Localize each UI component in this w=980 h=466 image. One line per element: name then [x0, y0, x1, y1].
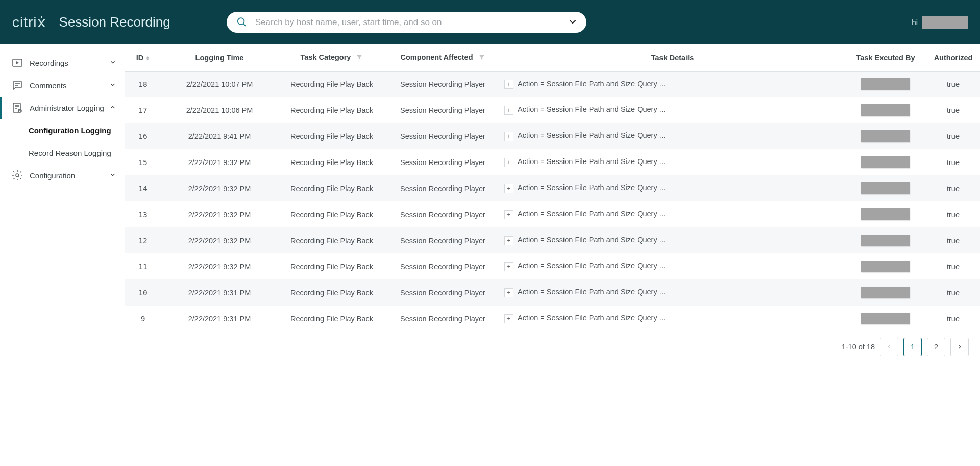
cell-details: +Action = Session File Path and Size Que…	[500, 149, 845, 175]
cell-component: Session Recording Player	[385, 175, 500, 201]
cell-component: Session Recording Player	[385, 306, 500, 332]
sidebar-sub-config-logging[interactable]: Configuration Logging	[0, 119, 125, 142]
col-id[interactable]: ID▲▼	[125, 44, 161, 71]
col-authorized[interactable]: Authorized	[926, 44, 980, 71]
table-row[interactable]: 132/22/2021 9:32 PMRecording File Play B…	[125, 201, 980, 227]
cell-category: Recording File Play Back	[278, 123, 385, 149]
search-wrapper	[227, 12, 586, 33]
user-greeting: hi	[912, 18, 918, 27]
app-name: Session Recording	[59, 14, 170, 30]
table-row[interactable]: 122/22/2021 9:32 PMRecording File Play B…	[125, 227, 980, 253]
table-row[interactable]: 112/22/2021 9:32 PMRecording File Play B…	[125, 253, 980, 279]
cell-time: 2/22/2021 9:41 PM	[161, 123, 278, 149]
comment-icon	[11, 79, 23, 91]
table-row[interactable]: 162/22/2021 9:41 PMRecording File Play B…	[125, 123, 980, 149]
table-row[interactable]: 172/22/2021 10:06 PMRecording File Play …	[125, 97, 980, 123]
brand-separator	[53, 15, 53, 30]
expand-row-button[interactable]: +	[504, 210, 513, 219]
table-row[interactable]: 182/22/2021 10:07 PMRecording File Play …	[125, 71, 980, 97]
expand-row-button[interactable]: +	[504, 106, 513, 115]
expand-row-button[interactable]: +	[504, 132, 513, 141]
cell-details: +Action = Session File Path and Size Que…	[500, 253, 845, 279]
cell-component: Session Recording Player	[385, 71, 500, 97]
cell-category: Recording File Play Back	[278, 201, 385, 227]
cell-category: Recording File Play Back	[278, 227, 385, 253]
expand-row-button[interactable]: +	[504, 184, 513, 193]
user-name-redacted	[922, 16, 968, 29]
page-next-button[interactable]	[950, 338, 969, 356]
cell-component: Session Recording Player	[385, 227, 500, 253]
search-icon	[236, 16, 247, 29]
cell-time: 2/22/2021 9:32 PM	[161, 201, 278, 227]
cell-executed-by	[845, 123, 926, 149]
cell-id: 14	[125, 175, 161, 201]
cell-executed-by	[845, 201, 926, 227]
cell-time: 2/22/2021 9:32 PM	[161, 227, 278, 253]
cell-details: +Action = Session File Path and Size Que…	[500, 201, 845, 227]
cell-category: Recording File Play Back	[278, 97, 385, 123]
col-task-executed-by[interactable]: Task Excuted By	[845, 44, 926, 71]
filter-icon[interactable]	[356, 54, 363, 62]
cell-component: Session Recording Player	[385, 279, 500, 306]
expand-row-button[interactable]: +	[504, 288, 513, 297]
page-prev-button[interactable]	[880, 338, 898, 356]
cell-authorized: true	[926, 279, 980, 306]
admin-log-icon	[11, 102, 23, 114]
search-input[interactable]	[227, 12, 586, 33]
cell-time: 2/22/2021 10:07 PM	[161, 71, 278, 97]
table-row[interactable]: 102/22/2021 9:31 PMRecording File Play B…	[125, 279, 980, 306]
expand-row-button[interactable]: +	[504, 262, 513, 271]
expand-row-button[interactable]: +	[504, 158, 513, 167]
cell-id: 16	[125, 123, 161, 149]
table-row[interactable]: 92/22/2021 9:31 PMRecording File Play Ba…	[125, 306, 980, 332]
svg-marker-3	[16, 61, 19, 64]
cell-id: 11	[125, 253, 161, 279]
col-task-details[interactable]: Task Details	[500, 44, 845, 71]
cell-category: Recording File Play Back	[278, 149, 385, 175]
col-logging-time[interactable]: Logging Time	[161, 44, 278, 71]
cell-executed-by	[845, 227, 926, 253]
sidebar-item-comments[interactable]: Comments	[0, 74, 125, 97]
app-header: citriẋ Session Recording hi	[0, 0, 980, 44]
brand-logo: citriẋ	[12, 14, 46, 31]
cell-details: +Action = Session File Path and Size Que…	[500, 306, 845, 332]
page-2-button[interactable]: 2	[927, 338, 945, 356]
sidebar-item-recordings[interactable]: Recordings	[0, 52, 125, 74]
user-area[interactable]: hi	[912, 16, 968, 29]
sort-icon: ▲▼	[145, 56, 150, 61]
cell-time: 2/22/2021 10:06 PM	[161, 97, 278, 123]
expand-row-button[interactable]: +	[504, 80, 513, 89]
expand-row-button[interactable]: +	[504, 314, 513, 323]
sidebar-item-admin-logging[interactable]: Administrator Logging	[0, 97, 125, 119]
sidebar-item-label: Comments	[30, 81, 67, 90]
cell-authorized: true	[926, 123, 980, 149]
col-task-category[interactable]: Task Category	[278, 44, 385, 71]
cell-details: +Action = Session File Path and Size Que…	[500, 71, 845, 97]
search-dropdown-toggle[interactable]	[567, 16, 578, 29]
expand-row-button[interactable]: +	[504, 236, 513, 245]
user-redacted	[861, 78, 910, 90]
sidebar-item-configuration[interactable]: Configuration	[0, 164, 125, 187]
filter-icon[interactable]	[478, 54, 485, 62]
cell-component: Session Recording Player	[385, 201, 500, 227]
cell-id: 15	[125, 149, 161, 175]
col-component-affected[interactable]: Component Affected	[385, 44, 500, 71]
user-redacted	[861, 313, 910, 324]
cell-category: Recording File Play Back	[278, 175, 385, 201]
gear-icon	[11, 169, 23, 181]
cell-executed-by	[845, 71, 926, 97]
cell-time: 2/22/2021 9:31 PM	[161, 306, 278, 332]
svg-point-0	[237, 18, 244, 25]
cell-authorized: true	[926, 306, 980, 332]
user-redacted	[861, 104, 910, 116]
table-row[interactable]: 142/22/2021 9:32 PMRecording File Play B…	[125, 175, 980, 201]
chevron-up-icon	[109, 104, 116, 112]
svg-point-11	[16, 174, 19, 177]
sidebar-sub-record-reason-logging[interactable]: Record Reason Logging	[0, 142, 125, 164]
page-1-button[interactable]: 1	[903, 338, 922, 356]
cell-category: Recording File Play Back	[278, 71, 385, 97]
table-row[interactable]: 152/22/2021 9:32 PMRecording File Play B…	[125, 149, 980, 175]
cell-executed-by	[845, 279, 926, 306]
cell-id: 10	[125, 279, 161, 306]
cell-details: +Action = Session File Path and Size Que…	[500, 97, 845, 123]
